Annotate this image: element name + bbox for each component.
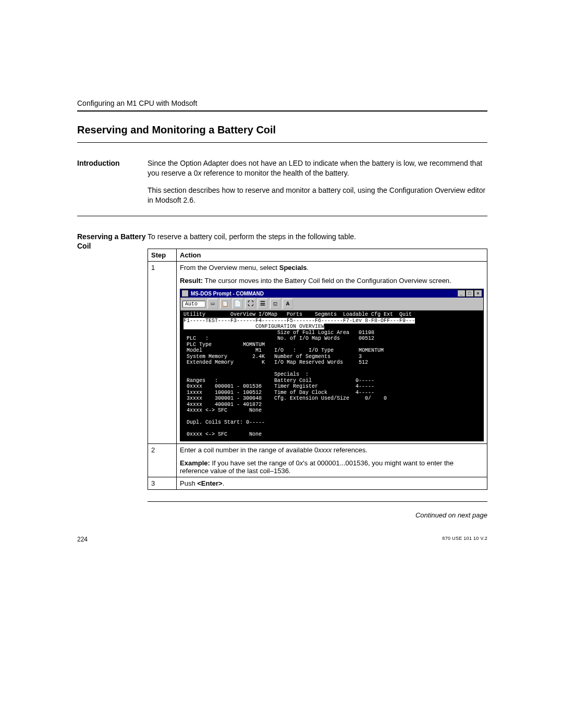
dos-screenshot: MS-DOS Prompt - COMMAND _ □ × Auto [180,289,484,441]
font-button[interactable]: A [283,299,293,309]
dos-screen: Utility OverView I/OMap Ports Segmnts Lo… [180,311,483,441]
system-menu-icon[interactable] [181,290,189,297]
table-row: 3 Push <Enter>. [148,477,487,489]
intro-body: Since the Option Adapter does not have a… [148,158,487,213]
properties-icon[interactable]: ☰ [258,299,268,309]
close-button[interactable]: × [474,290,482,297]
intro-p2: This section describes how to reserve an… [148,186,487,205]
step-num: 2 [148,443,177,477]
window-title: MS-DOS Prompt - COMMAND [191,291,264,297]
minimize-button[interactable]: _ [457,290,466,297]
window-titlebar: MS-DOS Prompt - COMMAND _ □ × [180,289,483,298]
dos-toolbar: Auto ▭ 📋 📄 ⛶ ☰ ◱ A [180,298,483,311]
intro-block: Introduction Since the Option Adapter do… [77,158,487,213]
doc-reference: 870 USE 101 10 V.2 [442,536,487,543]
section-title: Reserving and Monitoring a Battery Coil [77,124,487,136]
page: Configuring an M1 CPU with Modsoft Reser… [0,0,563,728]
step-action: From the Overview menu, select Specials.… [177,262,487,444]
intro-label: Introduction [77,158,148,213]
background-icon[interactable]: ◱ [270,299,280,309]
step-num: 3 [148,477,177,489]
rule-after-table [148,501,487,502]
reserve-body: To reserve a battery coil, perform the s… [148,232,487,519]
step-action: Push <Enter>. [177,477,487,489]
rule-mid [77,216,487,216]
reserve-lead: To reserve a battery coil, perform the s… [148,232,487,242]
th-action: Action [177,249,487,262]
page-footer: 224 870 USE 101 10 V.2 [77,536,487,543]
th-step: Step [148,249,177,262]
fullscreen-icon[interactable]: ⛶ [245,299,255,309]
rule-top [77,110,487,112]
steps-table: Step Action 1 From the Overview menu, se… [148,249,487,490]
copy-icon[interactable]: 📋 [220,299,230,309]
table-row: 1 From the Overview menu, select Special… [148,262,487,444]
continued-note: Continued on next page [148,511,487,519]
window-buttons: _ □ × [457,290,482,297]
reserve-label: Reserving a Battery Coil [77,232,148,519]
toolbar-btn-1[interactable]: ▭ [207,299,218,309]
running-header: Configuring an M1 CPU with Modsoft [77,99,487,107]
maximize-button[interactable]: □ [466,290,474,297]
table-header-row: Step Action [148,249,487,262]
paste-icon[interactable]: 📄 [232,299,243,309]
table-row: 2 Enter a coil number in the range of av… [148,443,487,477]
page-number: 224 [77,536,88,543]
reserve-block: Reserving a Battery Coil To reserve a ba… [77,232,487,519]
rule-under-title [77,142,487,143]
step-num: 1 [148,262,177,444]
intro-p1: Since the Option Adapter does not have a… [148,158,487,178]
font-size-dropdown[interactable]: Auto [182,301,205,308]
step-action: Enter a coil number in the range of avai… [177,443,487,477]
